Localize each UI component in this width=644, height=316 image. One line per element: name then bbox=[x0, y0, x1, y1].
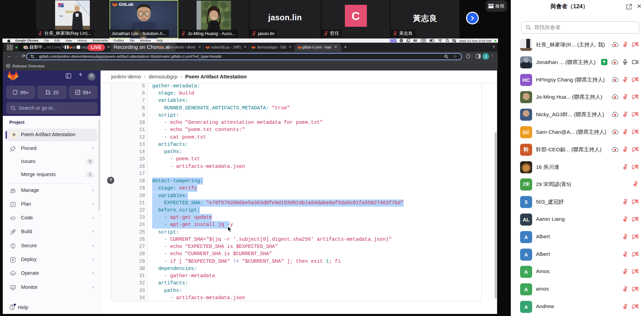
menubar-app-icon[interactable] bbox=[400, 39, 403, 42]
participant-search-box[interactable]: 尋找與會者 bbox=[521, 21, 639, 34]
menu-item[interactable]: Google Chrome bbox=[12, 39, 41, 42]
line-number[interactable]: 9 bbox=[111, 112, 145, 119]
line-number[interactable]: 20 bbox=[111, 192, 145, 199]
line-number[interactable]: 30 bbox=[111, 265, 145, 272]
participant-row[interactable]: Jo-Ming Hua... (聯席主持人) bbox=[511, 88, 644, 106]
line-number[interactable]: 11 bbox=[111, 126, 145, 133]
participant-row[interactable]: Jonathan ... (聯席主持人) bbox=[511, 54, 644, 71]
profile-avatar[interactable]: J bbox=[482, 53, 489, 60]
participant-row[interactable]: Nicky_AG3幹... (聯席主持人) bbox=[511, 106, 644, 123]
line-number[interactable]: 5 bbox=[111, 83, 145, 90]
sidebar-item-code[interactable]: Code › bbox=[7, 212, 97, 225]
code-line[interactable]: 8 RUNNER_GENERATE_ARTIFACTS_METADATA: "t… bbox=[111, 105, 482, 112]
line-number[interactable]: 21 bbox=[111, 199, 145, 207]
battery-icon[interactable] bbox=[430, 39, 435, 42]
tab-title[interactable]: nlimr-demo / demosu bbox=[166, 45, 196, 49]
participant-row[interactable]: A Albert bbox=[511, 246, 644, 263]
line-number[interactable]: 15 bbox=[111, 155, 145, 163]
menu-item[interactable]: Edit bbox=[52, 39, 63, 42]
tab-close-icon[interactable]: ✕ bbox=[334, 45, 337, 49]
menu-item[interactable]: Profiles bbox=[111, 39, 127, 42]
line-number[interactable]: 12 bbox=[111, 134, 145, 141]
overlay-close-icon[interactable]: ✕ bbox=[107, 45, 110, 49]
control-center-icon[interactable] bbox=[452, 39, 456, 42]
code-line[interactable]: 26 - CURRENT_SHA="$(jq -r '.subject[0].d… bbox=[111, 236, 482, 243]
recording-pause-button[interactable] bbox=[65, 45, 68, 49]
menu-item[interactable]: Tab bbox=[127, 39, 137, 42]
gitlab-logo[interactable] bbox=[8, 71, 18, 81]
participant-row[interactable]: A Albert bbox=[511, 228, 644, 246]
video-tile[interactable]: jason.linjason.lin bbox=[250, 0, 321, 39]
participant-row[interactable]: A amos bbox=[511, 281, 644, 298]
input-source-indicator[interactable]: US bbox=[421, 39, 426, 42]
code-line[interactable]: 9 script: bbox=[111, 112, 482, 119]
code-line[interactable]: 28 - echo "CURRENT_SHA is $CURRENT_SHA" bbox=[111, 250, 482, 258]
menu-item[interactable]: Window bbox=[137, 39, 154, 42]
video-tile[interactable]: GitLabJonathan Lim - Solution A... bbox=[109, 0, 178, 39]
code-line[interactable]: 6 stage: build bbox=[111, 90, 482, 97]
zoom-page-icon[interactable] bbox=[444, 54, 448, 59]
line-number[interactable]: 23 bbox=[111, 214, 145, 221]
sidebar-item-operate[interactable]: Operate › bbox=[7, 267, 97, 280]
tab-title[interactable]: .gitlab-ci.yml - main - jonlimr bbox=[301, 45, 331, 49]
breadcrumb-item[interactable]: jonlimr-demo bbox=[111, 74, 141, 79]
code-line[interactable]: 33 paths: bbox=[111, 287, 482, 294]
code-line[interactable]: 24 - apt-get install jq -y bbox=[111, 221, 482, 228]
code-line[interactable]: 25 script: bbox=[111, 229, 482, 236]
participant-row[interactable]: HC HPingsy Chang (聯席主持人) bbox=[511, 71, 644, 89]
line-number[interactable]: 16 bbox=[111, 163, 145, 170]
sidebar-item-merge-requests[interactable]: Merge requests 1 bbox=[7, 168, 97, 181]
participant-row[interactable]: 社長_林家瑋(R... (主持人, 我) bbox=[511, 36, 644, 54]
side-panel-icon[interactable] bbox=[476, 54, 481, 59]
participant-row[interactable]: A Amos bbox=[511, 263, 644, 281]
participant-row[interactable]: SC Sam Chan@A... (聯席主持人) bbox=[511, 123, 644, 141]
menu-item[interactable]: Help bbox=[154, 39, 166, 42]
code-line[interactable]: 16 - artifacts-metadata.json bbox=[111, 163, 482, 170]
sidebar-item-secure[interactable]: Secure › bbox=[7, 240, 97, 252]
menu-item[interactable]: File bbox=[41, 39, 52, 42]
apple-menu[interactable] bbox=[2, 39, 12, 43]
participant-row[interactable]: A Andrew bbox=[511, 298, 644, 316]
page-scrollbar[interactable] bbox=[495, 132, 497, 298]
sidebar-item-monitor[interactable]: Monitor › bbox=[7, 281, 97, 294]
code-line[interactable]: 23 - apt-get update bbox=[111, 214, 482, 221]
view-layout-button[interactable]: 檢視 bbox=[486, 0, 507, 12]
code-line[interactable]: 10 - echo "Generating attestation metada… bbox=[111, 119, 482, 126]
participant-row[interactable]: 2宋 29 宋岡諺(菁5) bbox=[511, 176, 644, 193]
sidebar-scrollbar[interactable] bbox=[98, 119, 100, 210]
breadcrumb-item[interactable]: Poem Artifact Attestation bbox=[185, 74, 247, 79]
video-tile[interactable]: 專案管理人獎 PMI 社長_林家瑋(Ray Lin)... bbox=[36, 0, 109, 39]
issues-count-pill[interactable]: 99+ bbox=[6, 86, 35, 99]
line-number[interactable]: 13 bbox=[111, 141, 145, 148]
forward-button[interactable]: → bbox=[14, 53, 19, 58]
extensions-icon[interactable] bbox=[466, 54, 471, 59]
code-line[interactable]: 21 EXPECTED_SHA: "e78f57626b6be5a363d0fe… bbox=[111, 199, 482, 207]
gitlab-search-box[interactable]: Search or go to... bbox=[6, 102, 98, 114]
todos-count-pill[interactable]: 99+ bbox=[68, 86, 98, 99]
new-tab-button[interactable]: + bbox=[344, 44, 347, 50]
sidebar-item-build[interactable]: Build › bbox=[7, 226, 97, 238]
code-line[interactable]: 34 - artifacts-metadata.json bbox=[111, 294, 482, 302]
menubar-copy-icon[interactable] bbox=[407, 39, 410, 42]
line-number[interactable]: 17 bbox=[111, 170, 145, 177]
code-line[interactable]: 18detect-tampering: bbox=[111, 177, 482, 185]
code-line[interactable]: 17 bbox=[111, 170, 482, 177]
video-tile[interactable]: Jo-Ming Huang - Acco... bbox=[179, 0, 249, 39]
line-number[interactable]: 6 bbox=[111, 90, 145, 97]
code-line[interactable]: 14 paths: bbox=[111, 148, 482, 155]
participant-row[interactable]: 幹 幹部-CEO顧... (聯席主持人) bbox=[511, 141, 644, 159]
sidebar-item-deploy[interactable]: Deploy › bbox=[7, 253, 97, 266]
user-avatar[interactable] bbox=[87, 73, 96, 81]
site-settings-icon[interactable] bbox=[30, 54, 34, 58]
code-line[interactable]: 7 variables: bbox=[111, 97, 482, 104]
tab-title[interactable]: demosubgrp - GitLab bbox=[257, 45, 286, 49]
participant-row[interactable]: AL Aaron Liang bbox=[511, 211, 644, 228]
next-videos-button[interactable] bbox=[466, 12, 479, 24]
code-line[interactable]: 30 dependencies: bbox=[111, 265, 482, 272]
code-line[interactable]: 11 - echo "poem.txt contents:" bbox=[111, 126, 482, 133]
breadcrumb-item[interactable]: demosubgrp bbox=[149, 74, 177, 79]
line-number[interactable]: 29 bbox=[111, 258, 145, 265]
menu-item[interactable]: History bbox=[75, 39, 90, 42]
sidebar-item-issues[interactable]: Issues 0 bbox=[7, 155, 97, 168]
menu-bar-clock[interactable]: Wed 22 Nov 9:03 PM bbox=[460, 39, 492, 43]
